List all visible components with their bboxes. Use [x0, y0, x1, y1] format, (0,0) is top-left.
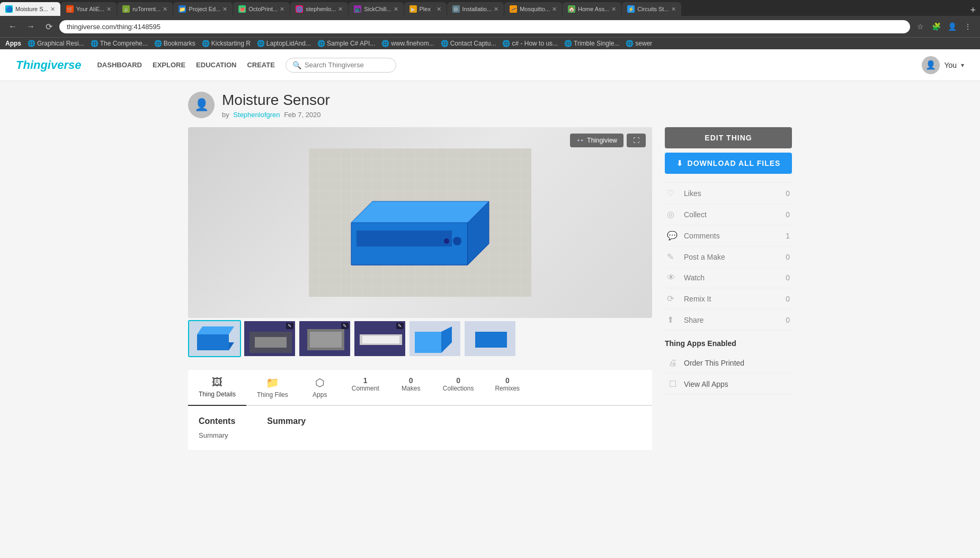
forward-button[interactable]: → — [23, 19, 38, 34]
tab-icon: 🖼 — [212, 376, 222, 388]
browser-tab-tab5[interactable]: 🐙OctoPrint...✕ — [233, 2, 290, 16]
nav-item-dashboard[interactable]: DASHBOARD — [97, 61, 142, 69]
nav-item-education[interactable]: EDUCATION — [196, 61, 236, 69]
menu-button[interactable]: ⋮ — [961, 20, 975, 33]
bookmark-item[interactable]: 🌐www.finehom... — [381, 40, 434, 47]
thumbnail-2[interactable]: ✎ — [243, 320, 296, 357]
thing-date: Feb 7, 2020 — [284, 111, 320, 119]
summary-title: Summary — [267, 417, 306, 426]
tab-close-icon[interactable]: ✕ — [671, 6, 676, 13]
fullscreen-button[interactable]: ⛶ — [627, 134, 646, 147]
bookmark-item[interactable]: 🌐The Comprehe... — [91, 40, 148, 47]
thumbnail-5[interactable] — [408, 320, 461, 357]
bottom-tab-thing-details[interactable]: 🖼Thing Details — [188, 370, 246, 406]
tab-close-icon[interactable]: ✕ — [611, 6, 616, 13]
tab-label: Collections — [443, 385, 474, 392]
stat-count: 0 — [786, 210, 790, 219]
user-chevron-icon[interactable]: ▾ — [961, 61, 964, 69]
browser-tab-tab10[interactable]: 🦟Mosquitto...✕ — [504, 2, 562, 16]
browser-tab-tab9[interactable]: ⚙Installatio...✕ — [447, 2, 504, 16]
profile-button[interactable]: 👤 — [945, 20, 959, 33]
stats-list: ♡Likes0◎Collect0💬Comments1✎Post a Make0👁… — [665, 182, 792, 331]
bottom-tab-collections[interactable]: 0Collections — [432, 370, 485, 406]
browser-nav: ← → ⟳ ☆ 🧩 👤 ⋮ — [0, 16, 980, 37]
back-button[interactable]: ← — [5, 19, 20, 34]
app-order-this-printed[interactable]: 🖨Order This Printed — [665, 353, 792, 374]
thing-title-block: Moisture Sensor by Stephenlofgren Feb 7,… — [222, 92, 330, 119]
new-tab-button[interactable]: + — [966, 5, 980, 16]
tab-close-icon[interactable]: ✕ — [50, 6, 55, 13]
browser-tab-tab2[interactable]: 🛒Your AliE...✕ — [61, 2, 117, 16]
thumbnail-1[interactable] — [188, 320, 241, 357]
stat-likes[interactable]: ♡Likes0 — [665, 183, 792, 204]
app-view-all-apps[interactable]: ☐View All Apps — [665, 374, 792, 395]
stat-share[interactable]: ⬆Share0 — [665, 309, 792, 331]
search-input[interactable] — [305, 61, 389, 69]
browser-tab-tab4[interactable]: 📁Project Ed...✕ — [173, 2, 233, 16]
tab-close-icon[interactable]: ✕ — [222, 6, 227, 13]
bottom-tab-comment[interactable]: 1Comment — [341, 370, 390, 406]
tab-close-icon[interactable]: ✕ — [436, 6, 441, 13]
bookmark-item[interactable]: 🌐Graphical Resi... — [28, 40, 84, 47]
tab-favicon: ▶ — [409, 5, 417, 13]
tab-label: Remixes — [495, 385, 520, 392]
edit-thing-button[interactable]: EDIT THING — [665, 127, 792, 148]
tab-close-icon[interactable]: ✕ — [106, 6, 111, 13]
svg-rect-15 — [255, 337, 287, 348]
apps-label[interactable]: Apps — [5, 40, 21, 47]
browser-tab-tab6[interactable]: 🌐stephenlo...✕ — [290, 2, 348, 16]
tab-title: ruTorrent... — [132, 6, 161, 12]
stat-comments[interactable]: 💬Comments1 — [665, 225, 792, 246]
stat-watch[interactable]: 👁Watch0 — [665, 268, 792, 288]
tab-close-icon[interactable]: ✕ — [163, 6, 167, 13]
site-logo[interactable]: Thingiverse — [16, 58, 81, 72]
browser-tab-tab11[interactable]: 🏠Home Ass...✕ — [563, 2, 621, 16]
tab-close-icon[interactable]: ✕ — [280, 6, 284, 13]
nav-item-explore[interactable]: EXPLORE — [153, 61, 185, 69]
address-bar[interactable] — [59, 20, 910, 33]
thing-header: 👤 Moisture Sensor by Stephenlofgren Feb … — [188, 92, 792, 119]
bottom-tabs: 🖼Thing Details📁Thing Files⬡Apps1Comment0… — [188, 370, 652, 406]
browser-tab-tab8[interactable]: ▶Plex✕ — [404, 2, 447, 16]
tab-close-icon[interactable]: ✕ — [338, 6, 343, 13]
stat-post-a-make[interactable]: ✎Post a Make0 — [665, 246, 792, 268]
bottom-tab-apps[interactable]: ⬡Apps — [299, 370, 341, 406]
nav-item-create[interactable]: CREATE — [247, 61, 274, 69]
stat-label: Collect — [684, 210, 786, 219]
browser-tab-tab3[interactable]: μruTorrent...✕ — [117, 2, 173, 16]
bookmark-item[interactable]: 🌐c# - How to us... — [502, 40, 558, 47]
bookmark-item[interactable]: 🌐sewer — [626, 40, 652, 47]
bookmark-item[interactable]: 🌐LaptopLidAnd... — [257, 40, 311, 47]
stat-collect[interactable]: ◎Collect0 — [665, 204, 792, 225]
thumbnail-4[interactable]: ✎ — [353, 320, 406, 357]
thumbnail-3[interactable]: ✎ — [298, 320, 351, 357]
bottom-tab-makes[interactable]: 0Makes — [390, 370, 432, 406]
header-right: 👤 You ▾ — [922, 56, 964, 74]
extension-button[interactable]: 🧩 — [929, 20, 943, 33]
reload-button[interactable]: ⟳ — [41, 19, 56, 34]
bottom-tab-remixes[interactable]: 0Remixes — [484, 370, 530, 406]
tab-icon: ⬡ — [315, 376, 324, 389]
search-icon: 🔍 — [292, 61, 301, 69]
thing-meta: by Stephenlofgren Feb 7, 2020 — [222, 111, 330, 119]
browser-tab-tab7[interactable]: 📺SickChill...✕ — [349, 2, 403, 16]
thingiview-button[interactable]: 👓 Thingiview — [570, 134, 623, 147]
bookmark-item[interactable]: 🌐Trimble Single... — [564, 40, 619, 47]
bookmark-item[interactable]: 🌐Sample C# API... — [317, 40, 375, 47]
bookmark-star-button[interactable]: ☆ — [913, 20, 927, 33]
stat-remix-it[interactable]: ⟳Remix It0 — [665, 288, 792, 309]
browser-tab-tab12[interactable]: ⚡Circuits St...✕ — [622, 2, 681, 16]
bottom-tab-thing-files[interactable]: 📁Thing Files — [246, 370, 299, 406]
bookmark-item[interactable]: 🌐Kickstarting R — [202, 40, 251, 47]
tab-close-icon[interactable]: ✕ — [394, 6, 398, 13]
bookmark-item[interactable]: 🌐Contact Captu... — [441, 40, 496, 47]
bookmark-item[interactable]: 🌐Bookmarks — [154, 40, 195, 47]
download-all-files-button[interactable]: ⬇ DOWNLOAD ALL FILES — [665, 153, 792, 174]
thumbnail-6[interactable] — [464, 320, 516, 357]
contents-summary-link[interactable]: Summary — [199, 431, 235, 439]
browser-tab-tab1[interactable]: 🔵Moisture S...✕ — [0, 2, 60, 16]
tab-close-icon[interactable]: ✕ — [552, 6, 557, 13]
tab-close-icon[interactable]: ✕ — [494, 6, 498, 13]
author-link[interactable]: Stephenlofgren — [233, 111, 280, 119]
tab-count: 0 — [456, 376, 460, 385]
